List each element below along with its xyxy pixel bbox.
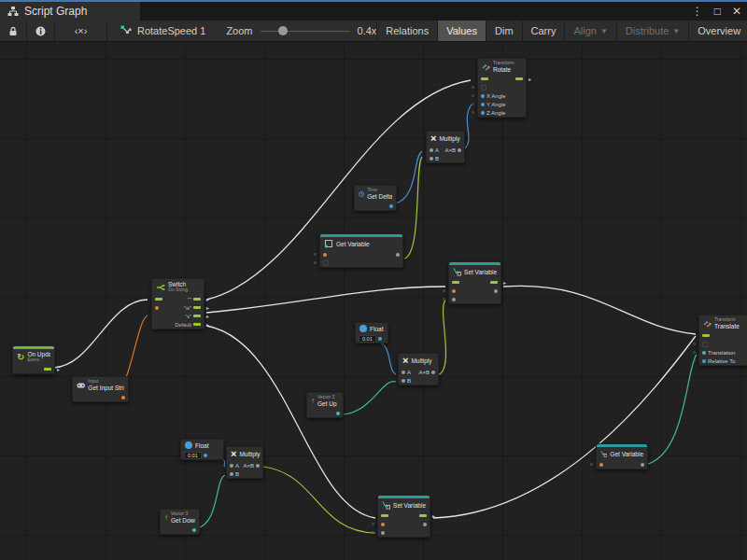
node-title: Multiply (411, 357, 431, 364)
port-label: Y Angle (486, 102, 506, 107)
flow-in-port[interactable] (481, 77, 488, 80)
node-get-input-string[interactable]: Input Get Input String (72, 376, 129, 402)
align-dropdown[interactable]: Align▼ (565, 21, 616, 41)
node-multiply-top[interactable]: × Multiply AA×B B (426, 131, 465, 163)
z-angle-port[interactable] (481, 111, 485, 115)
selector-port[interactable] (155, 306, 159, 310)
lock-button[interactable] (0, 21, 27, 41)
distribute-dropdown[interactable]: Distribute▼ (617, 21, 689, 41)
variable-value-port[interactable] (396, 253, 400, 257)
flow-out-port[interactable] (419, 514, 427, 517)
node-set-variable-top[interactable]: Set Variable ▸ (448, 261, 501, 304)
variable-value-in-port[interactable] (381, 531, 385, 535)
node-on-update[interactable]: ↻ On Update Event ▸ (12, 345, 55, 374)
variable-value-out-port[interactable] (494, 289, 498, 293)
case-empty-out-port[interactable] (193, 298, 201, 301)
relations-toggle[interactable]: Relations (376, 21, 438, 41)
node-translate[interactable]: Transform Translate Translation Relative… (698, 315, 747, 366)
flow-arrow-icon: ▸ (529, 76, 531, 82)
flow-in-port[interactable] (381, 514, 388, 517)
float-value-field[interactable]: 0.01 (184, 452, 202, 459)
node-get-variable-top[interactable]: Get Variable (319, 233, 403, 268)
flow-in-port[interactable] (452, 281, 459, 284)
node-title: Float (370, 326, 383, 332)
node-title: Float (195, 442, 208, 449)
node-get-delta-time[interactable]: Time Get Delta Time (354, 185, 397, 211)
node-multiply-mid[interactable]: × Multiply AA×B B (398, 353, 439, 385)
flow-arrow-icon: ▸ (206, 321, 209, 328)
relative-to-port[interactable] (702, 359, 706, 363)
graph-canvas[interactable]: Transform Rotate ▸ X Angle Y Angle Z Ang… (0, 42, 747, 560)
node-set-variable-bottom[interactable]: Set Variable ▸ (377, 495, 430, 538)
variable-value-out-port[interactable] (641, 463, 644, 467)
case-s-out-port[interactable] (193, 315, 201, 317)
set-variable-icon (382, 500, 390, 510)
info-button[interactable] (27, 21, 55, 41)
a-port[interactable] (402, 371, 405, 374)
values-toggle[interactable]: Values (438, 21, 486, 41)
code-preview-button[interactable]: ‹×› (55, 21, 107, 41)
node-rotate[interactable]: Transform Rotate ▸ X Angle Y Angle Z Ang… (477, 58, 527, 118)
transform-icon (482, 63, 490, 71)
node-get-up[interactable]: ↑ Vector 3 Get Up (306, 392, 344, 418)
flow-in-port[interactable] (702, 334, 710, 337)
input-string-out-port[interactable] (121, 396, 125, 399)
result-port[interactable] (256, 464, 260, 468)
a-port[interactable] (430, 148, 433, 152)
variable-value-out-port[interactable] (423, 523, 427, 526)
zoom-slider[interactable] (261, 31, 350, 32)
flow-in-port[interactable] (155, 298, 162, 301)
float-out-port[interactable] (204, 454, 207, 457)
float-out-port[interactable] (378, 337, 382, 341)
node-get-down[interactable]: ↑ Vector 3 Get Down (160, 509, 200, 535)
self-target-icon (481, 85, 486, 91)
graph-breadcrumb[interactable]: RotateSpeed 1 (137, 25, 205, 36)
delta-time-out-port[interactable] (389, 204, 393, 208)
node-title: Rotate (493, 66, 514, 73)
node-float-bottom[interactable]: Float 0.01 (180, 439, 224, 460)
node-float-mid[interactable]: Float 0.01 (355, 322, 388, 343)
window-menu-icon[interactable]: ⋮ (692, 5, 703, 18)
window-close-icon[interactable]: ✕ (732, 5, 741, 18)
zoom-slider-handle[interactable] (278, 26, 288, 35)
b-port[interactable] (430, 157, 433, 161)
node-multiply-bottom[interactable]: × Multiply AA×B B (226, 446, 263, 479)
variable-name-port[interactable] (599, 463, 603, 467)
variable-name-port[interactable] (323, 253, 327, 257)
result-port[interactable] (458, 148, 461, 152)
carry-toggle[interactable]: Carry (523, 21, 566, 41)
wire-getvariable-bottom-to-translate (644, 355, 697, 465)
flow-out-port[interactable] (44, 368, 51, 371)
variable-name-port[interactable] (381, 523, 385, 526)
float-value-field[interactable]: 0.01 (359, 335, 376, 343)
result-port[interactable] (431, 371, 435, 374)
b-port[interactable] (230, 472, 233, 476)
wire-multiply-bottom-to-setvariable-bottom (263, 467, 375, 533)
default-label: Default (176, 322, 191, 328)
flow-arrow-icon: ▸ (432, 512, 435, 519)
y-angle-port[interactable] (481, 103, 485, 106)
translation-port[interactable] (702, 351, 706, 355)
wire-setvariable-top-to-translate (503, 286, 696, 334)
node-switch-on-string[interactable]: Switch On String ""▸ "w"▸ "s"▸ Default▸ (151, 278, 204, 329)
flow-out-port[interactable] (515, 77, 523, 80)
a-port[interactable] (230, 464, 233, 468)
x-angle-port[interactable] (481, 94, 485, 98)
tab-script-graph[interactable]: Script Graph (0, 2, 140, 21)
dim-toggle[interactable]: Dim (486, 21, 523, 41)
flow-out-port[interactable] (490, 281, 498, 284)
case-label: "" (188, 297, 191, 302)
variable-name-port[interactable] (452, 289, 456, 293)
node-title: Get Delta Time (367, 193, 392, 200)
vector-out-port[interactable] (336, 412, 340, 415)
b-port[interactable] (402, 379, 405, 383)
wire-layer (0, 42, 747, 560)
variable-value-in-port[interactable] (452, 298, 456, 301)
case-w-out-port[interactable] (193, 306, 201, 309)
window-maximize-icon[interactable]: □ (714, 5, 721, 18)
vector-out-port[interactable] (192, 528, 196, 532)
node-get-variable-bottom[interactable]: Get Variable (596, 443, 648, 469)
overview-button[interactable]: Overview (689, 21, 747, 41)
update-loop-icon: ↻ (17, 353, 24, 362)
default-out-port[interactable] (193, 323, 201, 326)
